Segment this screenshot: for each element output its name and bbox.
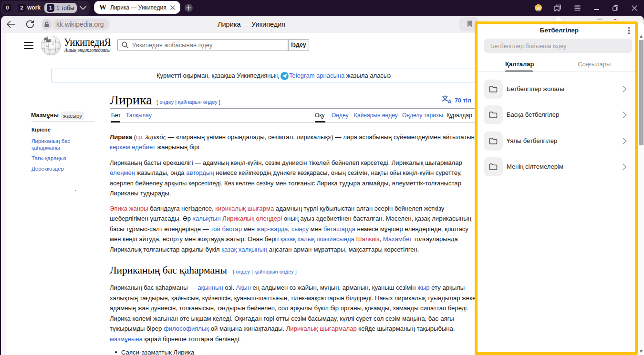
svg-text:И: И xyxy=(49,49,52,52)
svg-text:W: W xyxy=(52,43,54,46)
svg-text:Ω: Ω xyxy=(46,44,49,47)
svg-text:ф: ф xyxy=(54,48,56,51)
